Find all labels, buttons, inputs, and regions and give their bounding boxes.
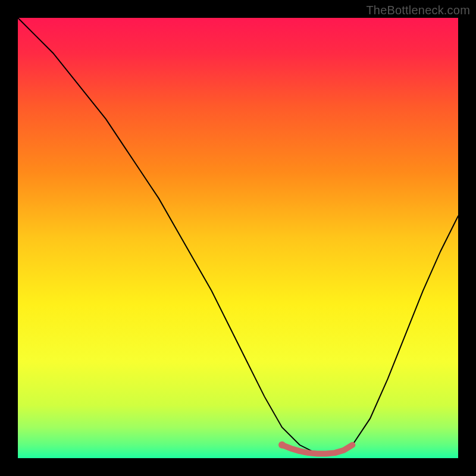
plot-background xyxy=(18,18,458,458)
bottleneck-chart xyxy=(0,0,476,476)
watermark-text: TheBottleneck.com xyxy=(366,4,470,17)
optimal-start-dot xyxy=(278,441,286,449)
chart-frame: TheBottleneck.com xyxy=(0,0,476,476)
